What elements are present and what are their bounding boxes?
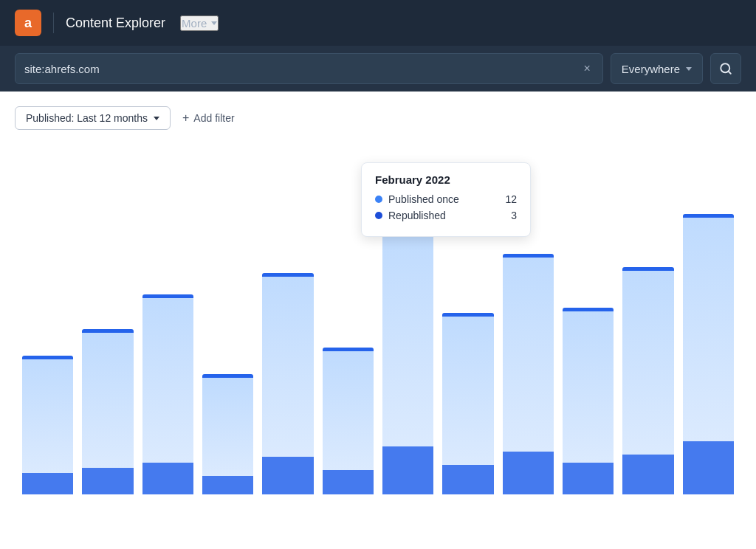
bar-fill [262, 277, 313, 457]
chart-bar [442, 313, 493, 494]
bar-bottom-accent [82, 468, 133, 494]
header-divider [53, 13, 54, 33]
republished-dot [375, 212, 382, 219]
chart-bar [382, 227, 433, 494]
bar-fill [323, 351, 374, 470]
filter-bar: Published: Last 12 months + Add filter [15, 106, 741, 130]
main-content: Published: Last 12 months + Add filter F… [0, 92, 756, 549]
chart-bar [82, 329, 133, 494]
chart-area: February 2022 Published once 12 Republis… [15, 148, 741, 494]
search-input-wrapper: × [15, 53, 603, 84]
bar-group [202, 177, 253, 494]
bar-group [142, 177, 193, 494]
chart-bar [202, 374, 253, 494]
tooltip-republished-label: Republished [388, 210, 505, 221]
tooltip-republished-value: 3 [511, 210, 517, 221]
bar-group [683, 177, 734, 494]
chart-bar [622, 267, 673, 494]
bar-bottom-accent [442, 465, 493, 494]
tooltip-row-republished: Republished 3 [375, 210, 517, 221]
bar-fill [22, 359, 73, 473]
bar-fill [503, 258, 554, 452]
bar-fill [442, 317, 493, 465]
header: a Content Explorer More [0, 0, 756, 46]
scope-dropdown[interactable]: Everywhere [611, 53, 703, 84]
bar-bottom-accent [323, 470, 374, 494]
tooltip-title: February 2022 [375, 173, 517, 186]
bar-bottom-accent [622, 455, 673, 494]
clear-button[interactable]: × [580, 61, 593, 77]
date-filter-button[interactable]: Published: Last 12 months [15, 106, 171, 130]
bar-fill [142, 298, 193, 463]
bar-group [622, 177, 673, 494]
tooltip-row-published: Published once 12 [375, 193, 517, 205]
chevron-down-icon [154, 117, 159, 120]
published-dot [375, 196, 382, 203]
chart-bar [503, 254, 554, 494]
chevron-down-icon [686, 67, 692, 71]
add-filter-button[interactable]: + Add filter [182, 111, 235, 125]
search-bar: × Everywhere [0, 46, 756, 92]
app-title: Content Explorer [66, 15, 165, 31]
plus-icon: + [182, 111, 189, 125]
bar-fill [202, 378, 253, 476]
bar-group [262, 177, 313, 494]
search-icon [719, 62, 732, 75]
bar-bottom-accent [262, 457, 313, 494]
bar-fill [82, 333, 133, 468]
search-button[interactable] [710, 53, 741, 84]
chart-bar [262, 273, 313, 494]
bar-fill [622, 271, 673, 455]
chart-bar [563, 308, 614, 494]
chart-tooltip: February 2022 Published once 12 Republis… [361, 162, 531, 237]
bar-fill [563, 311, 614, 463]
more-menu-button[interactable]: More [180, 15, 219, 31]
chart-bar [142, 294, 193, 494]
bar-fill [382, 231, 433, 446]
bar-bottom-accent [22, 473, 73, 494]
bar-group [82, 177, 133, 494]
bar-group [563, 177, 614, 494]
chart-bar [323, 348, 374, 494]
bar-bottom-accent [142, 463, 193, 494]
logo: a [15, 10, 41, 36]
chevron-down-icon [211, 21, 217, 25]
chart-bar [683, 214, 734, 494]
bar-group [22, 177, 73, 494]
bar-bottom-accent [563, 463, 614, 494]
bar-bottom-accent [202, 476, 253, 494]
tooltip-published-label: Published once [388, 193, 499, 205]
search-input[interactable] [24, 63, 580, 75]
bar-bottom-accent [382, 446, 433, 494]
svg-line-1 [728, 71, 730, 73]
chart-bar [22, 356, 73, 494]
tooltip-published-value: 12 [505, 193, 517, 205]
bar-bottom-accent [683, 441, 734, 494]
bar-fill [683, 218, 734, 441]
bar-bottom-accent [503, 452, 554, 494]
